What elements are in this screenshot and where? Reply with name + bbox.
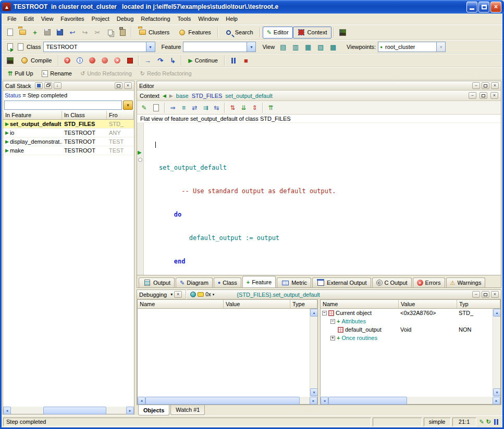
rename-button[interactable]: I.. Rename — [38, 68, 76, 80]
maximize-button[interactable] — [478, 2, 489, 12]
editor-close-icon[interactable]: × — [491, 82, 499, 89]
expand-toggle-icon[interactable]: + — [330, 336, 335, 340]
stop-icon[interactable]: ■ — [240, 55, 252, 67]
call-stack-row[interactable]: ▶io TESTROOT ANY — [3, 129, 134, 137]
menu-item-tools[interactable]: Tools — [174, 15, 195, 23]
viewpoints-combobox[interactable]: ● root_cluster ▼ — [378, 42, 446, 52]
column-header-from[interactable]: Fro — [107, 111, 134, 120]
menu-item-help[interactable]: Help — [222, 15, 241, 23]
exception-handling-icon[interactable]: ? — [61, 55, 73, 67]
objects-table-body[interactable]: −Current object <0x32A8760> STD_ −+Attri… — [321, 309, 500, 396]
objects-hscrollbar[interactable]: ◂ ▸ — [321, 396, 500, 404]
flat-view-icon[interactable]: ⇄ — [189, 102, 200, 113]
title-bar[interactable]: ▲ TESTROOT in cluster root_cluster locat… — [0, 0, 504, 14]
clickable-view-icon[interactable]: ▥ — [289, 41, 302, 53]
remove-breakpoints-icon[interactable]: × — [111, 55, 124, 67]
context-toggle-button[interactable]: Context — [293, 27, 331, 39]
debugging-dropdown-icon[interactable]: ▾ — [170, 292, 173, 297]
cut-icon[interactable]: ✂ — [91, 27, 104, 39]
save-all-icon[interactable] — [54, 27, 66, 39]
debugging-maximize-icon[interactable] — [482, 291, 489, 298]
menu-item-window[interactable]: Window — [194, 15, 222, 23]
feature-combobox[interactable]: ▼ — [183, 42, 256, 52]
editor-minimize-icon[interactable]: − — [472, 82, 480, 89]
scroll-right-icon[interactable]: ▸ — [310, 397, 317, 405]
call-stack-float-icon[interactable] — [44, 82, 52, 89]
undo-refactoring-button[interactable]: ↺ Undo Refactoring — [76, 68, 136, 80]
breadcrumb-cluster[interactable]: base — [176, 93, 189, 99]
suppliers-icon[interactable]: ⇕ — [249, 102, 260, 113]
code-editor[interactable]: ▶ set_output_default -- Use standard out… — [137, 123, 501, 275]
step-into-icon[interactable]: → — [141, 55, 154, 67]
object-tree-row[interactable]: ++Once routines — [321, 334, 500, 342]
context-minimize-icon[interactable]: − — [469, 92, 476, 99]
class-combobox-dropdown-icon[interactable]: ▼ — [146, 42, 155, 52]
scroll-right-icon[interactable]: ▸ — [493, 397, 500, 405]
watch-table-body[interactable]: ▴ ▾ — [138, 309, 317, 396]
scroll-left-icon[interactable]: ◂ — [321, 397, 328, 405]
menu-item-debug[interactable]: Debug — [113, 15, 137, 23]
scroll-right-icon[interactable]: ▸ — [126, 407, 134, 414]
diagram-tool-icon[interactable] — [337, 27, 349, 39]
clickable-view-icon[interactable]: ≡ — [178, 102, 189, 113]
open-in-external-editor-icon[interactable] — [4, 41, 16, 53]
debug-info-icon[interactable]: i — [73, 55, 86, 67]
editor-maximize-icon[interactable] — [482, 82, 489, 89]
objects-column-name[interactable]: Name — [321, 300, 399, 309]
editor-gutter[interactable] — [137, 123, 144, 275]
undo-icon[interactable]: ↩ — [66, 27, 79, 39]
pause-icon[interactable] — [227, 55, 240, 67]
add-item-icon[interactable]: + — [29, 27, 41, 39]
redo-refactoring-button[interactable]: ↻ Redo Refactoring — [136, 68, 196, 80]
scroll-up-icon[interactable]: ▴ — [310, 309, 317, 317]
step-out-icon[interactable]: ↳ — [166, 55, 179, 67]
editor-header[interactable]: Editor − × — [137, 81, 501, 91]
paste-icon[interactable] — [116, 27, 129, 39]
contract-view-icon[interactable]: ⇉ — [200, 102, 211, 113]
watch-hscrollbar[interactable]: ◂ ▸ — [138, 396, 317, 404]
call-stack-save-icon[interactable] — [35, 82, 43, 89]
debugging-header[interactable]: Debugging ▾ × 0x ▾ {STD_FILES}.set_outpu… — [137, 290, 501, 299]
menu-item-project[interactable]: Project — [88, 15, 113, 23]
breadcrumb-feature[interactable]: set_output_default — [225, 93, 273, 99]
viewpoints-combobox-dropdown-icon[interactable]: ▼ — [436, 42, 445, 52]
objects-column-type[interactable]: Typ — [457, 300, 500, 309]
features-button[interactable]: Features — [174, 27, 215, 39]
scroll-down-icon[interactable]: ▾ — [310, 388, 317, 396]
scroll-down-icon[interactable]: ▾ — [493, 388, 500, 396]
editable-status-icon[interactable]: ✎ — [480, 419, 484, 425]
objects-vscrollbar[interactable]: ▴ ▾ — [493, 309, 500, 396]
contract-view-icon[interactable]: ▧ — [314, 41, 327, 53]
watch-column-type[interactable]: Type — [290, 300, 317, 309]
exception-trace-icon[interactable] — [190, 292, 196, 297]
compile-button[interactable]: Compile — [16, 55, 56, 67]
basic-text-view-icon[interactable]: ⇒ — [167, 102, 178, 113]
interface-view-icon[interactable]: ⇆ — [211, 102, 222, 113]
scroll-left-icon[interactable]: ◂ — [3, 407, 11, 414]
call-stack-row[interactable]: ▶display_demonstrat... TESTROOT TEST — [3, 137, 134, 146]
context-maximize-icon[interactable] — [480, 92, 487, 99]
scroll-up-icon[interactable]: ▴ — [493, 309, 500, 317]
call-stack-row[interactable]: ▶set_output_default STD_FILES STD_ — [3, 120, 134, 129]
hex-format-toggle[interactable]: 0x — [205, 292, 211, 297]
menu-item-file[interactable]: File — [4, 15, 20, 23]
call-stack-filter-button[interactable]: ▾ — [123, 100, 133, 110]
interface-view-icon[interactable]: ▩ — [327, 41, 339, 53]
watch-column-name[interactable]: Name — [138, 300, 224, 309]
copy-icon[interactable] — [104, 27, 116, 39]
objects-column-value[interactable]: Value — [399, 300, 457, 309]
call-stack-row[interactable]: ▶make TESTROOT TEST — [3, 146, 134, 155]
debugging-close-icon[interactable]: × — [491, 291, 499, 298]
stop-points-icon[interactable] — [124, 55, 136, 67]
collapse-toggle-icon[interactable]: − — [330, 319, 335, 324]
breakpoint-slot-icon[interactable] — [138, 158, 142, 162]
search-button[interactable]: Search — [220, 27, 257, 39]
basic-view-icon[interactable]: ▤ — [277, 41, 289, 53]
call-stack-maximize-icon[interactable] — [115, 82, 122, 89]
clients-icon[interactable]: ⇈ — [265, 102, 276, 113]
debugging-close-tool-icon[interactable]: × — [174, 291, 182, 298]
call-stack-dock-icon[interactable]: ↓ — [54, 82, 62, 89]
open-in-new-editor-icon[interactable] — [150, 102, 162, 113]
editor-toggle-button[interactable]: ✎ Editor — [263, 27, 293, 39]
history-back-icon[interactable]: ◀ — [163, 93, 166, 98]
